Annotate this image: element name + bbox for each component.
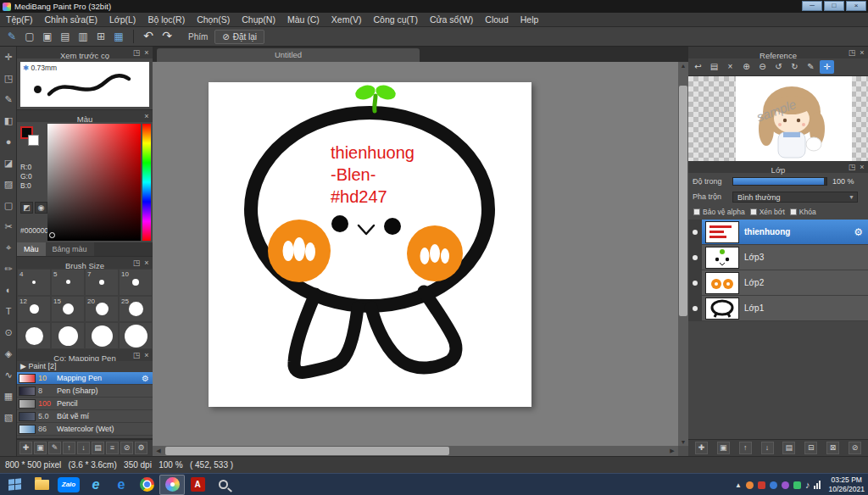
file-explorer-icon[interactable]	[29, 475, 54, 495]
tray-notification-icon[interactable]	[746, 481, 754, 489]
fill-tool[interactable]: ◪	[0, 153, 17, 174]
brush-up-icon[interactable]: ↑	[63, 442, 75, 454]
vertical-scroll-thumb[interactable]	[679, 86, 687, 316]
scroll-right-icon[interactable]: ▶	[667, 448, 677, 454]
delete-brush-icon[interactable]: ⊘	[120, 442, 133, 454]
tray-expand-icon[interactable]: ▲	[735, 481, 742, 489]
medibang-taskbar-icon[interactable]	[159, 475, 185, 495]
taskbar-clock[interactable]: 03:25 PM 10/26/2021	[828, 476, 865, 493]
tab-palette[interactable]: Bảng màu	[46, 242, 94, 256]
brush-folder-icon[interactable]: ▤	[92, 442, 104, 454]
add-brush-icon[interactable]: ✚	[19, 442, 32, 454]
blend-mode-dropdown[interactable]: Bình thường ▼	[732, 192, 858, 203]
brush-size-15[interactable]: 15	[51, 296, 85, 323]
reference-image[interactable]: sample	[688, 76, 868, 161]
brush-size-large-1[interactable]	[17, 322, 51, 349]
undo-icon[interactable]: ↶	[139, 29, 158, 44]
brush-size-large-3[interactable]	[85, 322, 119, 349]
clear-layer-icon[interactable]: ⊠	[826, 442, 839, 454]
popout-icon[interactable]: ◳	[131, 257, 142, 269]
comment-list-icon[interactable]: ▣	[39, 29, 56, 44]
popout-icon[interactable]: ◳	[847, 161, 857, 173]
layer-row-lop3[interactable]: Lớp3	[688, 245, 868, 270]
snap-grid-icon[interactable]: ▦	[110, 29, 127, 44]
menu-tools[interactable]: Công cụ(T)	[367, 13, 424, 27]
brush-size-large-4[interactable]	[119, 322, 153, 349]
visibility-toggle[interactable]	[688, 245, 702, 270]
open-folder-icon[interactable]: ▤	[707, 60, 721, 74]
layer-row-thienh uong[interactable]: thienhuong ⚙	[688, 220, 868, 245]
tray-app-icon-green[interactable]	[793, 481, 801, 489]
tray-app-icon-purple[interactable]	[782, 481, 789, 489]
duplicate-layer-icon[interactable]: ▣	[717, 442, 730, 454]
visibility-toggle[interactable]	[688, 220, 702, 245]
start-button[interactable]	[0, 474, 29, 495]
text-tool[interactable]: T	[0, 301, 17, 322]
pick-color-icon[interactable]: ✎	[804, 60, 818, 74]
saturation-value-picker[interactable]	[47, 124, 141, 241]
popout-icon[interactable]: ◳	[847, 47, 857, 58]
menu-select[interactable]: Chọn(S)	[191, 13, 236, 27]
maximize-button[interactable]: □	[824, 1, 844, 11]
menu-color[interactable]: Màu (C)	[281, 13, 326, 27]
scroll-down-icon[interactable]: ▼	[678, 439, 688, 445]
hand-tool[interactable]: ◈	[0, 343, 17, 364]
eyedropper-tool[interactable]: ⊙	[0, 322, 17, 343]
scroll-left-icon[interactable]: ◀	[153, 448, 164, 454]
layer-settings-gear-icon[interactable]: ⚙	[854, 226, 863, 238]
menu-layer[interactable]: Lớp(L)	[103, 13, 142, 27]
edit-brush-icon[interactable]: ✎	[48, 442, 61, 454]
close-icon[interactable]: ×	[142, 257, 152, 269]
brush-down-icon[interactable]: ↓	[77, 442, 90, 454]
brush-settings-icon[interactable]: ⚙	[135, 442, 147, 454]
popout-icon[interactable]: ◳	[131, 349, 142, 361]
tab-color[interactable]: Màu	[17, 242, 46, 256]
color-wheel-icon[interactable]: ◩	[20, 202, 33, 214]
clipping-checkbox[interactable]	[750, 209, 757, 215]
menu-view[interactable]: Xem(V)	[326, 13, 368, 27]
divide-tool[interactable]: ▦	[0, 386, 17, 407]
menu-help[interactable]: Help	[515, 13, 545, 27]
brush-row-pencil[interactable]: 100 Pencil	[17, 398, 153, 410]
close-icon[interactable]: ×	[142, 110, 152, 122]
brush-row-but-ve-mi[interactable]: 5.0 Bút vẽ mí	[17, 410, 153, 423]
layer-up-icon[interactable]: ↑	[739, 442, 752, 454]
panel-toggle-tool[interactable]: ▧	[0, 407, 17, 428]
edge-icon[interactable]: e	[108, 475, 134, 495]
redo-icon[interactable]: ↷	[158, 29, 176, 44]
new-document-icon[interactable]: ▤	[57, 29, 74, 44]
brush-size-12[interactable]: 12	[17, 296, 51, 323]
clear-icon[interactable]: ×	[723, 60, 737, 74]
lock-checkbox[interactable]	[790, 209, 797, 215]
merge-layer-icon[interactable]: ⊟	[804, 442, 817, 454]
close-icon[interactable]: ×	[857, 47, 867, 58]
brush-size-4[interactable]: 4	[17, 269, 51, 296]
vertical-scrollbar[interactable]: ▲ ▼	[678, 62, 688, 446]
zalo-icon[interactable]: Zalo	[54, 475, 83, 495]
background-color-swatch[interactable]	[28, 135, 39, 146]
menu-cloud[interactable]: Cloud	[479, 13, 514, 27]
scroll-up-icon[interactable]: ▲	[678, 63, 688, 69]
brush-row-pen-sharp[interactable]: 8 Pen (Sharp)	[17, 385, 153, 398]
back-icon[interactable]: ↩	[691, 60, 705, 74]
color-circle-icon[interactable]: ◉	[35, 202, 47, 214]
horizontal-scroll-thumb[interactable]	[165, 447, 449, 455]
add-folder-icon[interactable]: ▤	[782, 442, 795, 454]
brush-size-10[interactable]: 10	[119, 269, 153, 296]
brush-tool[interactable]: ✎	[0, 89, 17, 110]
dot-pen-tool[interactable]: ●	[0, 131, 17, 153]
lasso-tool[interactable]: ✂	[0, 216, 17, 237]
move-tool[interactable]: ✛	[0, 47, 17, 68]
menu-edit[interactable]: Chỉnh sửa(E)	[39, 13, 103, 27]
menu-file[interactable]: Tệp(F)	[0, 13, 39, 27]
gradient-tool[interactable]: ▨	[0, 174, 17, 195]
close-icon[interactable]: ×	[142, 349, 152, 361]
menu-snap[interactable]: Chụp(N)	[236, 13, 281, 27]
rotate-right-icon[interactable]: ↻	[787, 60, 802, 74]
chrome-icon[interactable]	[134, 475, 159, 495]
horizontal-scrollbar[interactable]: ◀ ▶	[153, 446, 678, 456]
brush-size-20[interactable]: 20	[85, 296, 119, 323]
pencil-tool[interactable]: ✏	[0, 259, 17, 280]
brush-row-mapping-pen[interactable]: 10 Mapping Pen ⚙	[17, 372, 153, 385]
duplicate-brush-icon[interactable]: ▣	[34, 442, 47, 454]
